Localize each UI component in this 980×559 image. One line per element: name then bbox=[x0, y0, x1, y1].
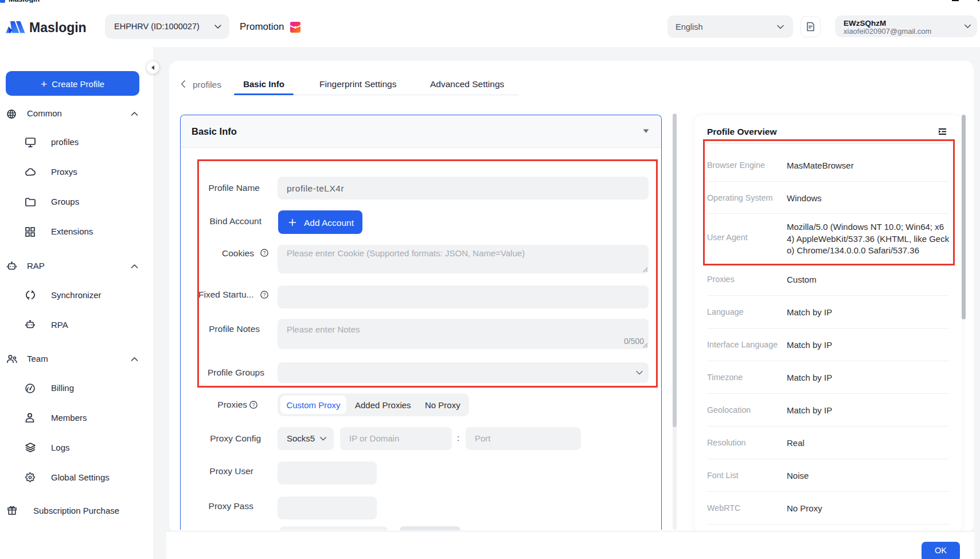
svg-text:?: ? bbox=[252, 402, 255, 408]
